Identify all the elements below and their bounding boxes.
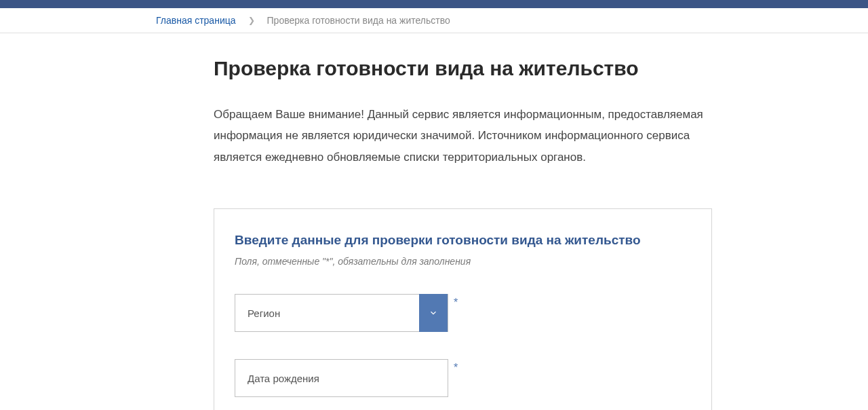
region-field-row: Регион * [235,294,691,332]
top-header-bar [0,0,868,8]
form-title: Введите данные для проверки готовности в… [235,233,691,248]
page-title: Проверка готовности вида на жительство [214,57,712,80]
breadcrumb-current: Проверка готовности вида на жительство [267,15,450,26]
required-asterisk: * [454,297,458,309]
dob-field-row: * [235,359,691,397]
breadcrumb-home-link[interactable]: Главная страница [156,15,236,26]
form-hint: Поля, отмеченные "*", обязательны для за… [235,256,691,267]
required-asterisk: * [454,362,458,374]
breadcrumb-wrapper: Главная страница ❯ Проверка готовности в… [0,8,868,33]
chevron-down-icon [419,294,448,332]
page-description: Обращаем Ваше внимание! Данный сервис яв… [214,104,712,168]
form-card: Введите данные для проверки готовности в… [214,208,712,410]
region-select[interactable]: Регион [235,294,448,332]
region-placeholder: Регион [235,308,419,319]
chevron-right-icon: ❯ [248,16,255,25]
breadcrumb: Главная страница ❯ Проверка готовности в… [61,15,807,26]
dob-input[interactable] [235,359,448,397]
main-content: Проверка готовности вида на жительство О… [61,33,807,410]
